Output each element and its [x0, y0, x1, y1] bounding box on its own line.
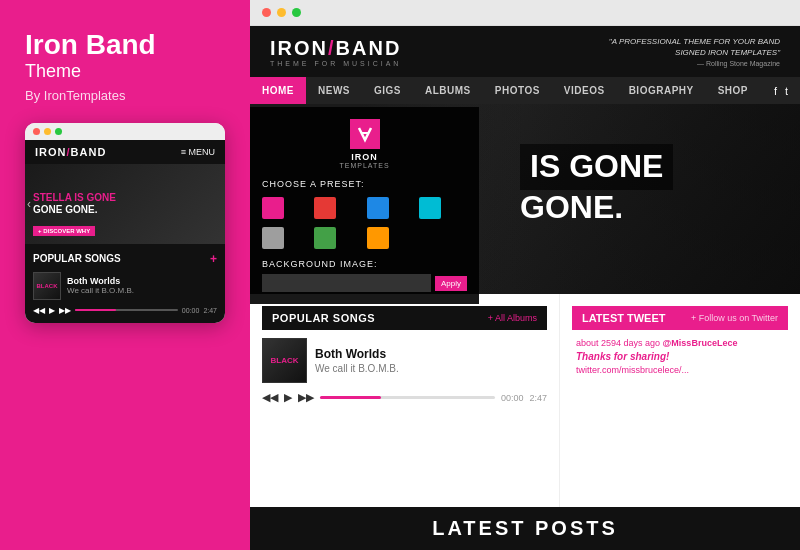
nav-item-shop[interactable]: SHOP	[706, 77, 760, 104]
mobile-next-button[interactable]: ▶▶	[59, 306, 71, 315]
iron-logo-text-panel: IRON	[351, 152, 378, 162]
dot-yellow	[44, 128, 51, 135]
nav-item-news[interactable]: NEWS	[306, 77, 362, 104]
bg-image-label: BACKGROUND IMAGE:	[262, 259, 467, 269]
choose-preset-label: CHOOSE A PRESET:	[262, 179, 467, 189]
play-button[interactable]: ▶	[284, 391, 292, 404]
mobile-songs-title: POPULAR SONGS	[33, 253, 121, 264]
mobile-menu-button[interactable]: ≡ MENU	[181, 147, 215, 157]
site-content: POPULAR SONGS + All Albums BLACK Both Wo…	[250, 294, 800, 550]
nav-item-biography[interactable]: BIOGRAPHY	[617, 77, 706, 104]
brand-author: By IronTemplates	[25, 88, 225, 103]
preset-swatch-orange[interactable]	[367, 227, 389, 249]
tweet-link[interactable]: twitter.com/missbrucelece/...	[576, 365, 784, 375]
mobile-songs-section: POPULAR SONGS + BLACK Both Worlds We cal…	[25, 244, 225, 323]
song-row: BLACK Both Worlds We call it B.O.M.B.	[262, 338, 547, 383]
preset-swatch-gray[interactable]	[262, 227, 284, 249]
progress-fill-large	[320, 396, 381, 399]
preset-swatch-cyan[interactable]	[419, 197, 441, 219]
song-title-large: Both Worlds	[315, 347, 547, 361]
hero-overlay-text: IS GONE GONE.	[520, 144, 673, 224]
brand-subtitle: Theme	[25, 61, 225, 82]
iron-logo-icon	[350, 119, 380, 149]
mobile-songs-header: POPULAR SONGS +	[33, 252, 217, 266]
site-logo: IRON/BAND THEME FOR MUSICIAN	[270, 37, 401, 67]
facebook-icon[interactable]: f	[774, 85, 777, 97]
mobile-song-thumbnail: BLACK	[33, 272, 61, 300]
bg-image-input-row: Apply	[262, 274, 467, 292]
progress-bar-large[interactable]	[320, 396, 495, 399]
song-artist-large: We call it B.O.M.B.	[315, 363, 547, 374]
preset-swatch-blue[interactable]	[367, 197, 389, 219]
tweet-follow-link[interactable]: + Follow us on Twitter	[691, 313, 778, 323]
mobile-song-artist: We call it B.O.M.B.	[67, 286, 217, 295]
twitter-icon[interactable]: t	[785, 85, 788, 97]
nav-social: f t	[774, 85, 800, 97]
next-button[interactable]: ▶▶	[298, 391, 314, 404]
prev-button[interactable]: ◀◀	[262, 391, 278, 404]
tweet-section-header: LATEST TWEET + Follow us on Twitter	[572, 306, 788, 330]
browser-dot-red	[262, 8, 271, 17]
tweet-text: Thanks for sharing!	[576, 351, 784, 362]
preset-swatch-green[interactable]	[314, 227, 336, 249]
nav-item-home[interactable]: HOME	[250, 77, 306, 104]
song-thumbnail-large: BLACK	[262, 338, 307, 383]
dot-red	[33, 128, 40, 135]
mobile-hero-arrow-left[interactable]: ‹	[27, 197, 31, 211]
dot-green	[55, 128, 62, 135]
browser-dot-yellow	[277, 8, 286, 17]
mobile-song-item: BLACK Both Worlds We call it B.O.M.B.	[33, 272, 217, 300]
preset-colors-row1	[262, 197, 467, 219]
tweet-time: about 2594 days ago @MissBruceLece	[576, 338, 784, 348]
mobile-player-controls: ◀◀ ▶ ▶▶ 00:00 2:47	[33, 306, 217, 315]
popular-songs-header: POPULAR SONGS + All Albums	[262, 306, 547, 330]
time-total: 2:47	[529, 393, 547, 403]
mobile-hero: ‹ STELLA IS GONE GONE GONE. + DISCOVER W…	[25, 164, 225, 244]
browser-dot-green	[292, 8, 301, 17]
right-panel: IRON/BAND THEME FOR MUSICIAN "A PROFESSI…	[250, 0, 800, 550]
popular-songs-title: POPULAR SONGS	[272, 312, 375, 324]
preset-swatch-red[interactable]	[314, 197, 336, 219]
site-header-quote: "A PROFESSIONAL THEME FOR YOUR BAND SIGN…	[580, 36, 780, 67]
mobile-songs-add-icon[interactable]: +	[210, 252, 217, 266]
site-header-quote-text: "A PROFESSIONAL THEME FOR YOUR BAND SIGN…	[580, 36, 780, 58]
site-logo-tagline: THEME FOR MUSICIAN	[270, 60, 401, 67]
iron-logo-panel: IRON TEMPLATES	[262, 119, 467, 169]
mobile-progress-fill	[75, 309, 116, 311]
hero-text-block: IS GONE	[520, 144, 673, 189]
preset-swatch-pink[interactable]	[262, 197, 284, 219]
mobile-song-title: Both Worlds	[67, 276, 217, 286]
hero-main-text-line2: GONE.	[520, 190, 673, 225]
player-controls-large: ◀◀ ▶ ▶▶ 00:00 2:47	[262, 391, 547, 404]
preset-panel: IRON TEMPLATES CHOOSE A PRESET: BACKGROU…	[250, 107, 479, 304]
browser-chrome	[250, 0, 800, 26]
mobile-progress-bar[interactable]	[75, 309, 178, 311]
mobile-play-button[interactable]: ▶	[49, 306, 55, 315]
mobile-logo: IRON/BAND	[35, 146, 106, 158]
nav-item-videos[interactable]: VIDEOS	[552, 77, 617, 104]
bg-image-input[interactable]	[262, 274, 431, 292]
mobile-preview-card: IRON/BAND ≡ MENU ‹ STELLA IS GONE GONE G…	[25, 123, 225, 323]
brand-title: Iron Band	[25, 30, 225, 61]
preset-colors-row2	[262, 227, 467, 249]
site-header: IRON/BAND THEME FOR MUSICIAN "A PROFESSI…	[250, 26, 800, 77]
mobile-discover-button[interactable]: + DISCOVER WHY	[33, 226, 95, 236]
nav-item-photos[interactable]: PHOTOS	[483, 77, 552, 104]
mobile-preview-dots	[25, 123, 225, 140]
site-nav: HOME NEWS GIGS ALBUMS PHOTOS VIDEOS BIOG…	[250, 77, 800, 104]
time-current: 00:00	[501, 393, 524, 403]
mobile-time-total: 2:47	[203, 307, 217, 314]
tweet-handle[interactable]: @MissBruceLece	[663, 338, 738, 348]
left-panel: Iron Band Theme By IronTemplates IRON/BA…	[0, 0, 250, 550]
hero-main-text-line1: IS GONE	[530, 149, 663, 184]
all-albums-link[interactable]: + All Albums	[488, 313, 537, 323]
mobile-prev-button[interactable]: ◀◀	[33, 306, 45, 315]
site-header-quote-source: — Rolling Stone Magazine	[580, 60, 780, 67]
tweet-title: LATEST TWEET	[582, 312, 666, 324]
site-logo-main: IRON/BAND	[270, 37, 401, 60]
nav-item-albums[interactable]: ALBUMS	[413, 77, 483, 104]
tweet-content: about 2594 days ago @MissBruceLece Thank…	[572, 338, 788, 375]
mobile-nav: IRON/BAND ≡ MENU	[25, 140, 225, 164]
nav-item-gigs[interactable]: GIGS	[362, 77, 413, 104]
apply-button[interactable]: Apply	[435, 276, 467, 291]
